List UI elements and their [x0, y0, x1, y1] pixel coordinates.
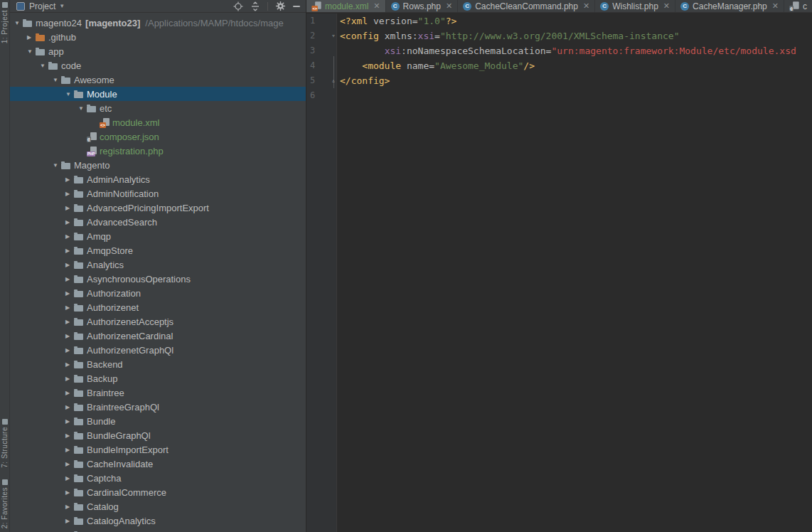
- chevron-expanded-icon[interactable]: ▼: [77, 105, 87, 112]
- chevron-collapsed-icon[interactable]: ▶: [64, 376, 74, 382]
- tree-item-catalogcmsgraphql[interactable]: ▶CatalogCmsGraphQl: [10, 528, 306, 532]
- tree-item-registration.php[interactable]: PHPregistration.php: [10, 144, 306, 158]
- project-panel-title[interactable]: Project: [29, 1, 55, 11]
- chevron-collapsed-icon[interactable]: ▶: [64, 219, 74, 225]
- tree-item-module.xml[interactable]: <>module.xml: [10, 115, 306, 129]
- chevron-collapsed-icon[interactable]: ▶: [64, 248, 74, 254]
- tree-item-awesome[interactable]: ▼Awesome: [10, 73, 306, 87]
- close-icon[interactable]: ✕: [772, 1, 779, 11]
- chevron-collapsed-icon[interactable]: ▶: [64, 361, 74, 368]
- chevron-collapsed-icon[interactable]: ▶: [64, 191, 74, 197]
- chevron-collapsed-icon[interactable]: ▶: [64, 304, 74, 311]
- tree-item-captcha[interactable]: ▶Captcha: [10, 471, 306, 485]
- chevron-collapsed-icon[interactable]: ▶: [64, 233, 74, 240]
- chevron-collapsed-icon[interactable]: ▶: [64, 205, 74, 211]
- chevron-collapsed-icon[interactable]: ▶: [64, 518, 74, 524]
- chevron-collapsed-icon[interactable]: ▶: [64, 404, 74, 410]
- tree-item-label: etc: [100, 103, 112, 114]
- chevron-expanded-icon[interactable]: ▼: [64, 91, 74, 97]
- tree-item-authorizenetcardinal[interactable]: ▶AuthorizenetCardinal: [10, 329, 306, 343]
- editor-tab-bar: <>module.xml✕CRows.php✕CCacheCleanComman…: [306, 0, 812, 13]
- chevron-collapsed-icon[interactable]: ▶: [64, 347, 74, 353]
- chevron-collapsed-icon[interactable]: ▶: [64, 176, 74, 183]
- tree-item-etc[interactable]: ▼etc: [10, 101, 306, 115]
- tree-item-cardinalcommerce[interactable]: ▶CardinalCommerce: [10, 485, 306, 499]
- project-tool-window: Project ▼: [10, 0, 306, 532]
- tree-item-adminnotification[interactable]: ▶AdminNotification: [10, 186, 306, 201]
- editor-tab-cachecleancommand.php[interactable]: CCacheCleanCommand.php✕: [458, 0, 595, 12]
- tree-item-cataloganalytics[interactable]: ▶CatalogAnalytics: [10, 514, 306, 528]
- chevron-expanded-icon[interactable]: ▼: [26, 48, 36, 55]
- chevron-collapsed-icon[interactable]: ▶: [64, 475, 74, 482]
- tree-item-module[interactable]: ▼Module: [10, 87, 306, 101]
- code-editor[interactable]: 1<?xml version="1.0"?>2▿<config xmlns:xs…: [306, 14, 812, 532]
- chevron-expanded-icon[interactable]: ▼: [38, 63, 48, 69]
- chevron-expanded-icon[interactable]: ▼: [13, 20, 23, 26]
- hide-panel-icon[interactable]: [293, 6, 300, 7]
- tree-item-bundlegraphql[interactable]: ▶BundleGraphQl: [10, 428, 306, 442]
- chevron-collapsed-icon[interactable]: ▶: [64, 276, 74, 282]
- tree-item-.github[interactable]: ▶.github: [10, 30, 306, 44]
- tree-item-asynchronousoperations[interactable]: ▶AsynchronousOperations: [10, 272, 306, 286]
- tree-item-braintree[interactable]: ▶Braintree: [10, 385, 306, 400]
- chevron-collapsed-icon[interactable]: ▶: [64, 290, 74, 297]
- chevron-collapsed-icon[interactable]: ▶: [64, 432, 74, 439]
- tree-item-app[interactable]: ▼app: [10, 44, 306, 58]
- tree-item-advancedsearch[interactable]: ▶AdvancedSearch: [10, 215, 306, 229]
- chevron-collapsed-icon[interactable]: ▶: [64, 262, 74, 268]
- chevron-collapsed-icon[interactable]: ▶: [64, 447, 74, 453]
- stripe-project-button[interactable]: 1: Project: [0, 0, 9, 46]
- editor-tab-cachemanager.php[interactable]: CCacheManager.php✕: [675, 0, 784, 12]
- tree-item-amqp[interactable]: ▶Amqp: [10, 229, 306, 243]
- fold-marker-icon[interactable]: ▵: [330, 73, 337, 88]
- folder-icon: [74, 331, 84, 341]
- tree-item-bundle[interactable]: ▶Bundle: [10, 414, 306, 428]
- chevron-collapsed-icon[interactable]: ▶: [64, 333, 74, 339]
- stripe-favorites-button[interactable]: 2: Favorites: [0, 477, 9, 531]
- collapse-all-icon[interactable]: [250, 1, 260, 11]
- tree-item-advancedpricingimportexport[interactable]: ▶AdvancedPricingImportExport: [10, 201, 306, 215]
- tree-item-magento[interactable]: ▼Magento: [10, 158, 306, 172]
- tree-item-cacheinvalidate[interactable]: ▶CacheInvalidate: [10, 457, 306, 471]
- chevron-expanded-icon[interactable]: ▼: [51, 162, 61, 169]
- tree-item-backup[interactable]: ▶Backup: [10, 371, 306, 385]
- chevron-collapsed-icon[interactable]: ▶: [64, 504, 74, 510]
- tree-item-label: registration.php: [100, 146, 164, 156]
- editor-tab-c[interactable]: @c: [784, 0, 812, 12]
- chevron-collapsed-icon[interactable]: ▶: [64, 319, 74, 325]
- tree-item-catalog[interactable]: ▶Catalog: [10, 499, 306, 514]
- chevron-collapsed-icon[interactable]: ▶: [64, 390, 74, 396]
- tree-item-authorization[interactable]: ▶Authorization: [10, 286, 306, 300]
- tree-item-braintreegraphql[interactable]: ▶BraintreeGraphQl: [10, 400, 306, 414]
- locate-icon[interactable]: [233, 1, 243, 11]
- chevron-collapsed-icon[interactable]: ▶: [26, 34, 36, 41]
- code-line-6: 6: [306, 88, 812, 103]
- tree-item-adminanalytics[interactable]: ▶AdminAnalytics: [10, 172, 306, 186]
- tree-item-composer.json[interactable]: @composer.json: [10, 129, 306, 144]
- tree-item-backend[interactable]: ▶Backend: [10, 357, 306, 371]
- tree-item-bundleimportexport[interactable]: ▶BundleImportExport: [10, 442, 306, 457]
- folder-icon: [74, 218, 84, 227]
- chevron-collapsed-icon[interactable]: ▶: [64, 489, 74, 496]
- editor-tab-wishlist.php[interactable]: CWishlist.php✕: [595, 0, 675, 12]
- tree-item-analytics[interactable]: ▶Analytics: [10, 257, 306, 272]
- chevron-expanded-icon[interactable]: ▼: [51, 77, 61, 83]
- tree-item-authorizenet[interactable]: ▶Authorizenet: [10, 300, 306, 314]
- close-icon[interactable]: ✕: [583, 1, 589, 11]
- fold-marker-icon[interactable]: ▿: [330, 28, 337, 43]
- close-icon[interactable]: ✕: [373, 1, 380, 11]
- editor-tab-rows.php[interactable]: CRows.php✕: [386, 0, 459, 12]
- settings-gear-icon[interactable]: [275, 1, 286, 11]
- tree-item-magento24[interactable]: ▼magento24[magento23]/Applications/MAMP/…: [10, 16, 306, 30]
- chevron-collapsed-icon[interactable]: ▶: [64, 418, 74, 425]
- excluded-folder-icon: [36, 33, 46, 42]
- tree-item-code[interactable]: ▼code: [10, 58, 306, 73]
- close-icon[interactable]: ✕: [446, 1, 452, 11]
- editor-tab-module.xml[interactable]: <>module.xml✕: [306, 0, 386, 12]
- tree-item-authorizenetacceptjs[interactable]: ▶AuthorizenetAcceptjs: [10, 314, 306, 329]
- tree-item-authorizenetgraphql[interactable]: ▶AuthorizenetGraphQl: [10, 343, 306, 357]
- close-icon[interactable]: ✕: [663, 1, 670, 11]
- tree-item-amqpstore[interactable]: ▶AmqpStore: [10, 243, 306, 257]
- stripe-structure-button[interactable]: 7: Structure: [0, 417, 9, 470]
- chevron-collapsed-icon[interactable]: ▶: [64, 461, 74, 467]
